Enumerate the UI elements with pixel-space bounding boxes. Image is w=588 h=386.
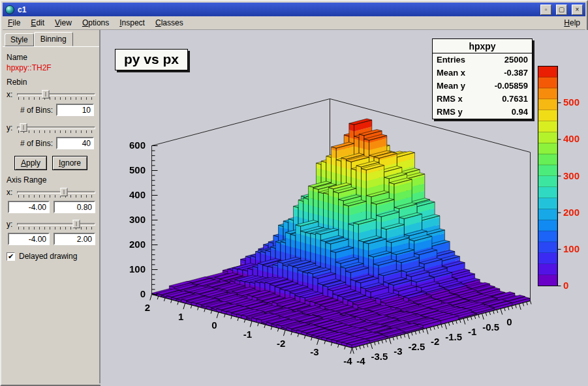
binning-tab-content: Name hpxpy::TH2F Rebin x: # of Bins: y:	[3, 46, 99, 261]
stats-title: hpxpy	[433, 39, 532, 53]
stats-row: Mean y-0.05859	[433, 80, 532, 93]
stats-row: Entries25000	[433, 53, 532, 67]
axis-range-x-max-input[interactable]	[54, 201, 95, 213]
tab-style[interactable]: Style	[5, 33, 34, 46]
stats-box[interactable]: hpxpy Entries25000 Mean x-0.387 Mean y-0…	[432, 38, 533, 119]
delayed-drawing-label: Delayed drawing	[19, 252, 77, 261]
tab-style-label: Style	[10, 35, 28, 44]
menu-view[interactable]: View	[50, 16, 77, 29]
rebin-section-label: Rebin	[7, 78, 95, 87]
axis-range-x-label: x:	[7, 188, 14, 197]
axis-range-section-label: Axis Range	[7, 175, 95, 185]
slider-rail	[17, 191, 95, 194]
stats-row: Mean x-0.387	[433, 67, 532, 80]
axis-range-y-max-input[interactable]	[54, 233, 95, 245]
axis-range-y-min-input[interactable]	[8, 233, 50, 245]
tab-binning-label: Binning	[40, 35, 67, 44]
minimize-button[interactable]: ▫	[540, 5, 551, 15]
histogram-title-pave[interactable]: py vs px	[115, 49, 188, 70]
menubar: File Edit View Options Inspect Classes H…	[3, 16, 585, 30]
slider-rail	[17, 223, 95, 226]
canvas-frame: py vs px hpxpy Entries25000 Mean x-0.387…	[101, 30, 585, 383]
rebin-y-label: y:	[7, 123, 14, 132]
stats-row: RMS x0.7631	[433, 93, 532, 106]
checkmark-icon: ✔	[8, 252, 14, 260]
delayed-drawing-checkbox[interactable]: ✔	[7, 252, 15, 261]
rebin-y-slider[interactable]	[17, 122, 95, 134]
object-name: hpxpy::TH2F	[7, 63, 95, 72]
axis-range-x-slider[interactable]	[17, 186, 95, 198]
menu-edit[interactable]: Edit	[25, 16, 50, 29]
editor-tabbar: Style Binning	[3, 30, 99, 46]
apply-button[interactable]: Apply	[14, 156, 47, 170]
tab-binning[interactable]: Binning	[34, 32, 73, 46]
slider-ticks	[18, 130, 94, 133]
slider-rail	[17, 93, 95, 96]
ignore-button[interactable]: Ignore	[52, 156, 87, 170]
maximize-button[interactable]: ▢	[556, 5, 567, 15]
rebin-x-bins-input[interactable]	[56, 104, 94, 116]
rebin-x-slider[interactable]	[17, 89, 95, 100]
rebin-x-bins-label: # of Bins:	[20, 106, 53, 115]
slider-rail	[17, 126, 95, 129]
axis-range-y-slider-thumb[interactable]	[73, 220, 80, 228]
app-icon	[5, 5, 14, 14]
slider-ticks	[18, 97, 94, 100]
menu-classes[interactable]: Classes	[150, 16, 189, 29]
editor-panel: Style Binning Name hpxpy::TH2F Rebin x: …	[3, 30, 101, 383]
window-title: c1	[18, 5, 536, 14]
menu-options[interactable]: Options	[77, 16, 114, 29]
rebin-x-slider-thumb[interactable]	[42, 90, 50, 98]
stats-row: RMS y0.94	[433, 106, 532, 119]
axis-range-x-slider-thumb[interactable]	[61, 188, 68, 196]
name-label: Name	[7, 53, 95, 62]
slider-ticks	[18, 227, 94, 230]
axis-range-x-min-input[interactable]	[8, 201, 50, 213]
root-canvas-window: c1 ▫ ▢ × File Edit View Options Inspect …	[0, 0, 588, 386]
close-button[interactable]: ×	[572, 5, 583, 15]
slider-ticks	[18, 195, 94, 198]
rebin-x-label: x:	[7, 90, 14, 99]
menu-file[interactable]: File	[3, 16, 25, 29]
rebin-y-slider-thumb[interactable]	[20, 123, 27, 132]
axis-range-y-label: y:	[7, 220, 14, 229]
axis-range-y-slider[interactable]	[17, 218, 95, 230]
menu-inspect[interactable]: Inspect	[114, 16, 150, 29]
rebin-y-bins-input[interactable]	[56, 137, 94, 149]
rebin-y-bins-label: # of Bins:	[20, 139, 53, 148]
menu-help[interactable]: Help	[559, 16, 585, 29]
titlebar[interactable]: c1 ▫ ▢ ×	[3, 3, 585, 16]
